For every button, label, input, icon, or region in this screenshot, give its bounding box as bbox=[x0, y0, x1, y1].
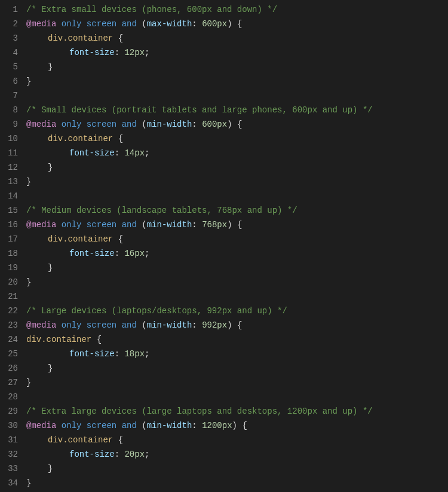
code-line[interactable] bbox=[26, 88, 448, 103]
code-line[interactable]: font-size: 12px; bbox=[26, 45, 448, 60]
line-number: 21 bbox=[0, 289, 18, 304]
code-line[interactable]: @media only screen and (min-width: 600px… bbox=[26, 117, 448, 132]
line-number: 2 bbox=[0, 17, 18, 31]
line-number: 13 bbox=[0, 175, 18, 189]
line-number: 6 bbox=[0, 74, 18, 88]
code-line[interactable]: } bbox=[26, 175, 448, 189]
line-number: 29 bbox=[0, 404, 18, 418]
line-number-gutter: 1234567891011121314151617181920212223242… bbox=[0, 2, 26, 490]
line-number: 25 bbox=[0, 347, 18, 361]
code-line[interactable]: } bbox=[26, 476, 448, 490]
line-number: 8 bbox=[0, 103, 18, 117]
code-line[interactable]: } bbox=[26, 60, 448, 74]
line-number: 26 bbox=[0, 361, 18, 375]
code-line[interactable]: } bbox=[26, 74, 448, 88]
line-number: 15 bbox=[0, 203, 18, 218]
line-number: 34 bbox=[0, 476, 18, 490]
code-line[interactable] bbox=[26, 390, 448, 404]
line-number: 3 bbox=[0, 31, 18, 45]
code-line[interactable]: /* Small devices (portrait tablets and l… bbox=[26, 103, 448, 117]
code-line[interactable]: } bbox=[26, 275, 448, 289]
code-line[interactable]: div.container { bbox=[26, 332, 448, 347]
code-line[interactable]: } bbox=[26, 361, 448, 375]
code-line[interactable] bbox=[26, 289, 448, 304]
code-line[interactable]: font-size: 20px; bbox=[26, 447, 448, 462]
line-number: 32 bbox=[0, 447, 18, 462]
code-line[interactable]: font-size: 18px; bbox=[26, 347, 448, 361]
code-content[interactable]: /* Extra small devices (phones, 600px an… bbox=[26, 2, 448, 490]
line-number: 9 bbox=[0, 117, 18, 132]
line-number: 19 bbox=[0, 261, 18, 275]
code-line[interactable] bbox=[26, 189, 448, 203]
line-number: 10 bbox=[0, 132, 18, 146]
code-line[interactable]: } bbox=[26, 261, 448, 275]
line-number: 28 bbox=[0, 390, 18, 404]
code-line[interactable]: /* Extra large devices (large laptops an… bbox=[26, 404, 448, 418]
code-editor[interactable]: 1234567891011121314151617181920212223242… bbox=[0, 0, 448, 490]
line-number: 18 bbox=[0, 246, 18, 261]
line-number: 31 bbox=[0, 433, 18, 447]
code-line[interactable]: } bbox=[26, 375, 448, 390]
line-number: 30 bbox=[0, 418, 18, 433]
line-number: 20 bbox=[0, 275, 18, 289]
line-number: 1 bbox=[0, 2, 18, 17]
code-line[interactable]: } bbox=[26, 462, 448, 476]
code-line[interactable]: } bbox=[26, 160, 448, 175]
line-number: 16 bbox=[0, 218, 18, 232]
code-line[interactable]: @media only screen and (max-width: 600px… bbox=[26, 17, 448, 31]
code-line[interactable]: /* Extra small devices (phones, 600px an… bbox=[26, 2, 448, 17]
line-number: 33 bbox=[0, 462, 18, 476]
line-number: 24 bbox=[0, 332, 18, 347]
code-line[interactable]: div.container { bbox=[26, 433, 448, 447]
line-number: 27 bbox=[0, 375, 18, 390]
code-line[interactable]: @media only screen and (min-width: 768px… bbox=[26, 218, 448, 232]
code-line[interactable]: div.container { bbox=[26, 31, 448, 45]
line-number: 11 bbox=[0, 146, 18, 160]
code-line[interactable]: font-size: 16px; bbox=[26, 246, 448, 261]
line-number: 14 bbox=[0, 189, 18, 203]
code-line[interactable]: div.container { bbox=[26, 132, 448, 146]
code-line[interactable]: div.container { bbox=[26, 232, 448, 246]
line-number: 23 bbox=[0, 318, 18, 332]
code-line[interactable]: @media only screen and (min-width: 1200p… bbox=[26, 418, 448, 433]
line-number: 4 bbox=[0, 45, 18, 60]
line-number: 12 bbox=[0, 160, 18, 175]
line-number: 22 bbox=[0, 304, 18, 318]
line-number: 7 bbox=[0, 88, 18, 103]
code-line[interactable]: font-size: 14px; bbox=[26, 146, 448, 160]
code-line[interactable]: /* Large devices (laptops/desktops, 992p… bbox=[26, 304, 448, 318]
code-line[interactable]: @media only screen and (min-width: 992px… bbox=[26, 318, 448, 332]
code-line[interactable]: /* Medium devices (landscape tablets, 76… bbox=[26, 203, 448, 218]
line-number: 5 bbox=[0, 60, 18, 74]
line-number: 17 bbox=[0, 232, 18, 246]
